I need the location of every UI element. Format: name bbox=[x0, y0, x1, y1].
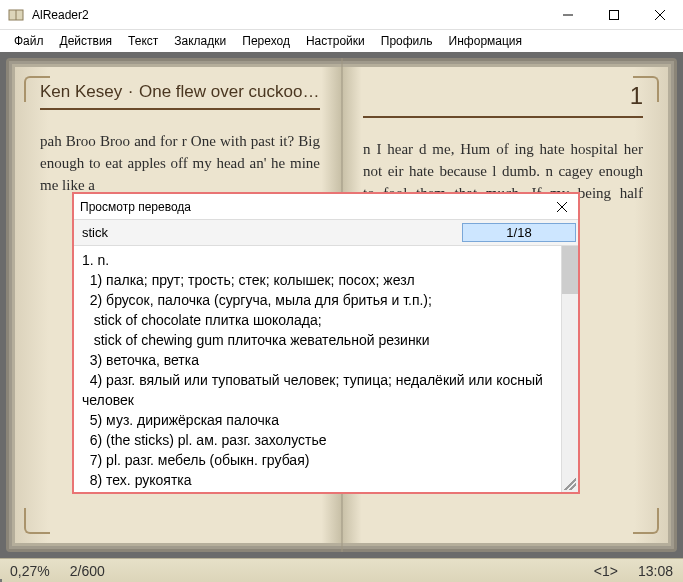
menu-info[interactable]: Информация bbox=[441, 32, 530, 50]
definition-line: 2) брусок, палочка (сургуча, мыла для бр… bbox=[82, 290, 553, 310]
definition-line: 9) текст. трепало, мяло bbox=[82, 490, 553, 492]
maximize-icon bbox=[609, 10, 619, 20]
definition-line: 1) палка; прут; трость; стек; колышек; п… bbox=[82, 270, 553, 290]
menu-goto[interactable]: Переход bbox=[234, 32, 298, 50]
definition-list: 1. n. 1) палка; прут; трость; стек; колы… bbox=[74, 246, 561, 492]
menubar: Файл Действия Текст Закладки Переход Нас… bbox=[0, 30, 683, 52]
svg-rect-3 bbox=[610, 10, 619, 19]
popup-body: 1. n. 1) палка; прут; трость; стек; колы… bbox=[74, 246, 578, 492]
maximize-button[interactable] bbox=[591, 0, 637, 29]
book-title: One flew over cuckoo… bbox=[139, 82, 319, 102]
menu-settings[interactable]: Настройки bbox=[298, 32, 373, 50]
status-pages: 2/600 bbox=[70, 563, 105, 579]
book-heading: Ken Kesey · One flew over cuckoo… bbox=[40, 82, 320, 110]
popup-close-button[interactable] bbox=[552, 199, 572, 215]
close-button[interactable] bbox=[637, 0, 683, 29]
minimize-button[interactable] bbox=[545, 0, 591, 29]
definition-line: stick of chocolate плитка шоколада; bbox=[82, 310, 553, 330]
definition-line: 8) тех. рукоятка bbox=[82, 470, 553, 490]
book-author: Ken Kesey bbox=[40, 82, 122, 102]
status-profile: <1> bbox=[594, 563, 618, 579]
popup-titlebar[interactable]: Просмотр перевода bbox=[74, 194, 578, 220]
page-number-heading: 1 bbox=[363, 82, 643, 118]
menu-file[interactable]: Файл bbox=[6, 32, 52, 50]
definition-line: stick of chewing gum плиточка жевательно… bbox=[82, 330, 553, 350]
close-icon bbox=[655, 10, 665, 20]
book-area[interactable]: Ken Kesey · One flew over cuckoo… pah Br… bbox=[0, 52, 683, 558]
menu-profile[interactable]: Профиль bbox=[373, 32, 441, 50]
left-page-text: pah Broo Broo and for r One with past it… bbox=[40, 130, 320, 196]
menu-text[interactable]: Текст bbox=[120, 32, 166, 50]
definition-line: 1. n. bbox=[82, 250, 553, 270]
status-time: 13:08 bbox=[638, 563, 673, 579]
statusbar: 0,27% 2/600 <1> 13:08 bbox=[0, 558, 683, 582]
status-percent: 0,27% bbox=[10, 563, 50, 579]
scrollbar-thumb[interactable] bbox=[562, 246, 578, 294]
close-icon bbox=[557, 202, 567, 212]
popup-title: Просмотр перевода bbox=[80, 200, 552, 214]
resize-grip-icon[interactable] bbox=[564, 478, 576, 490]
window-controls bbox=[545, 0, 683, 29]
dot-icon: · bbox=[122, 82, 139, 102]
minimize-icon bbox=[563, 10, 573, 20]
app-icon bbox=[8, 7, 24, 23]
definition-line: 6) (the sticks) pl. ам. разг. захолустье bbox=[82, 430, 553, 450]
translation-popup: Просмотр перевода stick 1/18 1. n. 1) па… bbox=[72, 192, 580, 494]
titlebar: AlReader2 bbox=[0, 0, 683, 30]
result-counter[interactable]: 1/18 bbox=[462, 223, 576, 242]
popup-scrollbar[interactable] bbox=[561, 246, 578, 492]
menu-actions[interactable]: Действия bbox=[52, 32, 121, 50]
window-title: AlReader2 bbox=[32, 8, 545, 22]
definition-line: 3) веточка, ветка bbox=[82, 350, 553, 370]
definition-line: 4) разг. вялый или туповатый человек; ту… bbox=[82, 370, 553, 410]
menu-bookmarks[interactable]: Закладки bbox=[166, 32, 234, 50]
lookup-word[interactable]: stick bbox=[74, 225, 462, 240]
definition-line: 7) pl. разг. мебель (обыкн. грубая) bbox=[82, 450, 553, 470]
page-number: 1 bbox=[630, 82, 643, 110]
popup-query-row: stick 1/18 bbox=[74, 220, 578, 246]
definition-line: 5) муз. дирижёрская палочка bbox=[82, 410, 553, 430]
